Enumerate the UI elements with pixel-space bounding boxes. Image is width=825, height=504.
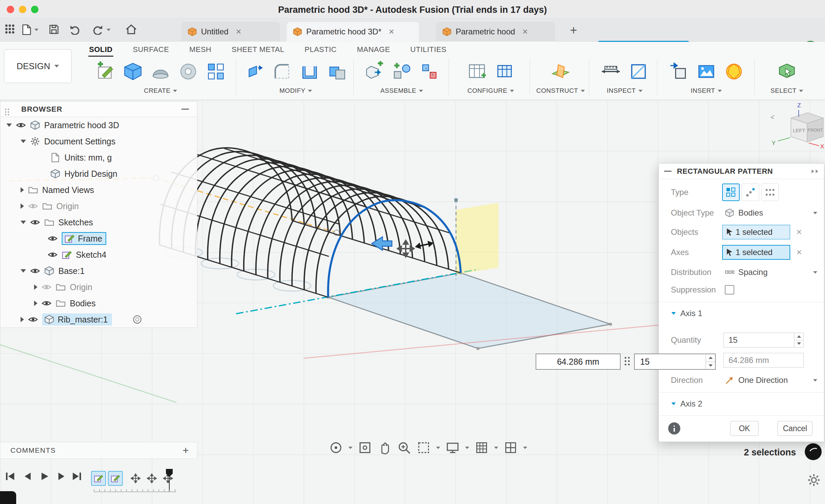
browser-item-label[interactable]: Units: mm, g: [64, 153, 112, 163]
objects-select-field[interactable]: 1 selected: [722, 225, 790, 240]
group-menu-configure[interactable]: CONFIGURE: [467, 87, 514, 94]
visibility-eye-icon[interactable]: [30, 219, 40, 226]
pan-hand-icon[interactable]: [377, 441, 392, 455]
grid-snap-icon[interactable]: [475, 441, 489, 455]
collapse-arrow-icon[interactable]: [21, 221, 26, 224]
app-grid-icon[interactable]: [5, 24, 15, 34]
axes-select-field[interactable]: 1 selected: [722, 245, 790, 260]
distance-field[interactable]: 64.286 mm: [723, 353, 804, 368]
browser-row-units[interactable]: Units: mm, g: [0, 149, 197, 166]
revolve-icon[interactable]: [150, 61, 171, 82]
visibility-eye-icon[interactable]: [28, 316, 38, 323]
timeline-feature-move1[interactable]: [128, 471, 143, 486]
press-pull-icon[interactable]: [244, 61, 265, 82]
browser-item-label[interactable]: Rib_master:1: [58, 315, 108, 325]
group-menu-assemble[interactable]: ASSEMBLE: [380, 87, 423, 94]
group-menu-insert[interactable]: INSERT: [691, 87, 722, 94]
timeline-feature-sketch4[interactable]: [108, 471, 123, 486]
distribution-caret-icon[interactable]: [813, 271, 817, 274]
tab-plastic[interactable]: PLASTIC: [304, 44, 337, 55]
hole-icon[interactable]: [178, 61, 199, 82]
visibility-eye-icon[interactable]: [48, 251, 58, 258]
collapse-panel-icon[interactable]: [181, 109, 189, 110]
expand-arrow-icon[interactable]: [34, 284, 37, 290]
window-select-caret-icon[interactable]: [436, 447, 440, 449]
ok-button[interactable]: OK: [730, 421, 759, 436]
browser-row-base-origin[interactable]: Origin: [0, 279, 197, 295]
axis2-section-header[interactable]: Axis 2: [671, 397, 702, 411]
panel-grip-icon[interactable]: [5, 109, 6, 110]
direction-row[interactable]: Direction One Direction: [659, 373, 824, 388]
joint-icon[interactable]: [391, 61, 412, 82]
browser-row-hybrid[interactable]: Hybrid Design: [0, 166, 197, 182]
quantity-input[interactable]: 15: [634, 354, 716, 370]
new-tab-button[interactable]: +: [570, 23, 577, 37]
ground-component-radio-icon[interactable]: [133, 315, 142, 324]
browser-item-label[interactable]: Hybrid Design: [64, 169, 117, 179]
workspace-selector[interactable]: DESIGN: [4, 49, 72, 83]
type-path-button[interactable]: [761, 184, 779, 201]
viewports-caret-icon[interactable]: [523, 447, 527, 449]
selected-item[interactable]: Frame: [62, 232, 106, 245]
redo-caret-icon[interactable]: [107, 29, 111, 31]
redo-icon[interactable]: [92, 24, 103, 35]
orbit-icon[interactable]: [329, 441, 343, 455]
expand-dialog-icon[interactable]: [811, 169, 819, 174]
comments-bar[interactable]: COMMENTS +: [0, 442, 197, 459]
grid-snap-caret-icon[interactable]: [494, 447, 498, 449]
insert-derive-icon[interactable]: [668, 61, 689, 82]
tab-surface[interactable]: SURFACE: [132, 44, 170, 55]
document-tab-parametric-hood[interactable]: Parametric hood ×: [436, 22, 555, 41]
document-tab-parametric-hood-3d[interactable]: Parametric hood 3D* ×: [287, 22, 419, 41]
browser-row-frame[interactable]: Frame: [0, 230, 197, 247]
group-menu-construct[interactable]: CONSTRUCT: [536, 87, 585, 94]
look-at-icon[interactable]: [358, 441, 372, 455]
create-sketch-icon[interactable]: [95, 61, 116, 82]
distribution-row[interactable]: Distribution Spacing: [659, 265, 824, 280]
tab-sheet-metal[interactable]: SHEET METAL: [231, 44, 285, 55]
tab-manage[interactable]: MANAGE: [356, 44, 391, 55]
highlighted-item[interactable]: Rib_master:1: [42, 313, 112, 326]
status-orb-icon[interactable]: [805, 443, 822, 460]
axis1-section-header[interactable]: Axis 1: [671, 307, 702, 320]
step-back-button[interactable]: [21, 470, 34, 483]
object-type-row[interactable]: Object Type Bodies: [659, 205, 824, 220]
type-circular-button[interactable]: [742, 184, 759, 201]
close-tab-icon[interactable]: ×: [236, 27, 241, 36]
browser-row-bodies[interactable]: Bodies: [0, 295, 197, 311]
browser-row-named-views[interactable]: Named Views: [0, 182, 197, 198]
group-menu-inspect[interactable]: INSPECT: [607, 87, 643, 94]
dialog-header[interactable]: RECTANGULAR PATTERN: [659, 164, 824, 179]
combine-icon[interactable]: [327, 61, 348, 82]
object-type-caret-icon[interactable]: [813, 212, 817, 214]
document-tab-untitled[interactable]: Untitled ×: [181, 22, 280, 41]
visibility-eye-icon[interactable]: [41, 300, 52, 307]
configure-table-icon[interactable]: [466, 61, 487, 82]
quantity-field-stepper[interactable]: [794, 333, 804, 347]
browser-item-label[interactable]: Document Settings: [44, 137, 115, 146]
collapse-arrow-icon[interactable]: [21, 269, 26, 273]
visibility-eye-icon[interactable]: [30, 267, 40, 275]
fillet-icon[interactable]: [272, 61, 292, 82]
window-select-icon[interactable]: [417, 441, 431, 455]
construct-plane-icon[interactable]: [550, 61, 571, 82]
collapse-dialog-icon[interactable]: [664, 171, 672, 172]
group-menu-modify[interactable]: MODIFY: [280, 87, 312, 94]
save-icon[interactable]: [49, 24, 59, 35]
browser-item-label[interactable]: Bodies: [70, 299, 95, 308]
browser-item-label[interactable]: Named Views: [42, 185, 94, 195]
shell-icon[interactable]: [299, 61, 320, 82]
tab-mesh[interactable]: MESH: [189, 44, 212, 55]
settings-gear-icon[interactable]: [807, 473, 821, 487]
insert-mcmaster-icon[interactable]: [723, 61, 744, 82]
browser-item-label[interactable]: Parametric hood 3D: [44, 120, 119, 130]
axes-clear-icon[interactable]: ×: [796, 248, 802, 257]
browser-row-base1[interactable]: Base:1: [0, 263, 197, 279]
timeline-feature-move2[interactable]: [144, 471, 159, 486]
group-menu-create[interactable]: CREATE: [144, 87, 177, 94]
browser-item-label[interactable]: Origin: [56, 201, 79, 211]
expand-arrow-icon[interactable]: [34, 301, 37, 306]
browser-item-label[interactable]: Origin: [70, 282, 92, 292]
expand-arrow-icon[interactable]: [21, 203, 24, 209]
box-icon[interactable]: [122, 61, 143, 82]
